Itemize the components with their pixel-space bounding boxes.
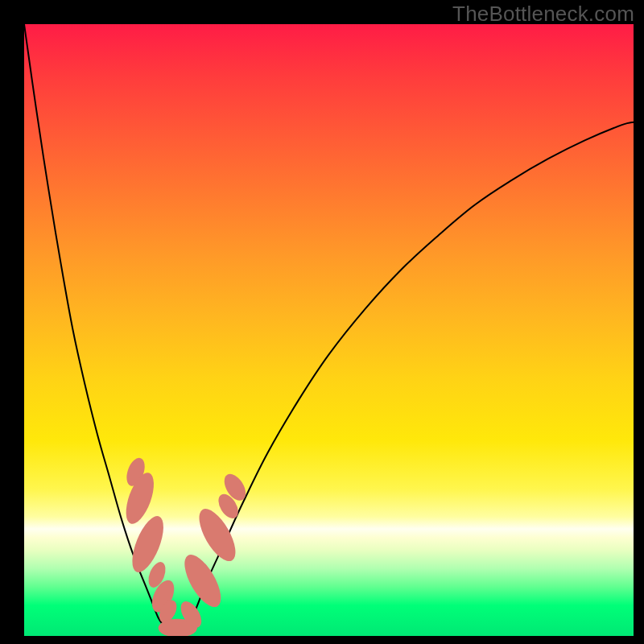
curve-canvas [24, 24, 634, 636]
curve-right-branch [183, 122, 634, 636]
watermark-text: TheBottleneck.com [452, 2, 634, 27]
curve-right-branch [183, 122, 634, 636]
plot-area [24, 24, 634, 636]
chart-frame: TheBottleneck.com [0, 0, 644, 644]
marker-layer [121, 456, 250, 636]
